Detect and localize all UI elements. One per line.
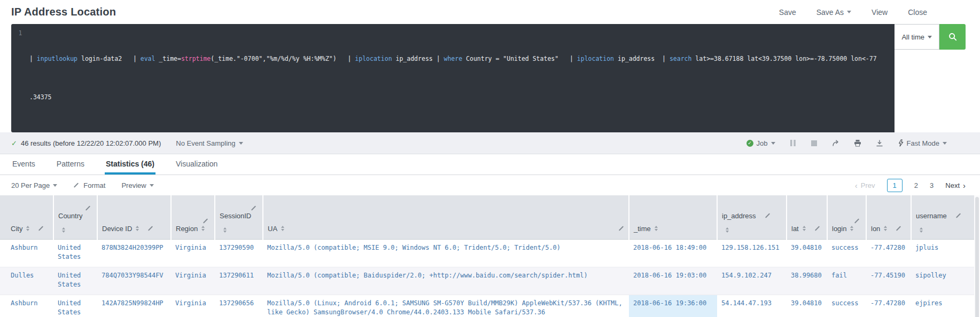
- sort-icon[interactable]: [223, 227, 227, 233]
- sort-icon[interactable]: [726, 227, 729, 233]
- cell-City[interactable]: Ashburn: [0, 295, 53, 317]
- cell-_time[interactable]: 2018-06-16 19:36:00: [629, 295, 717, 317]
- tab-events[interactable]: Events: [11, 160, 36, 175]
- cell-UA[interactable]: Mozilla/5.0 (compatible; Baiduspider/2.0…: [263, 267, 629, 295]
- sort-icon[interactable]: [655, 226, 658, 231]
- cell-Region[interactable]: Virginia: [171, 295, 215, 317]
- page-3-button[interactable]: 3: [930, 181, 934, 189]
- per-page-dropdown[interactable]: 20 Per Page: [11, 181, 57, 189]
- column-header-login[interactable]: login: [827, 195, 866, 239]
- edit-column-icon[interactable]: [956, 213, 961, 218]
- column-header-lon[interactable]: lon: [866, 195, 911, 239]
- cell-lon[interactable]: -77.47280: [866, 295, 911, 317]
- vertical-scrollbar[interactable]: [974, 195, 980, 317]
- sort-icon[interactable]: [26, 226, 29, 231]
- cell-Device_ID[interactable]: 878N3824H20399PP: [97, 239, 171, 267]
- search-query-input[interactable]: 1 | inputlookup login-data2 | eval _time…: [11, 24, 895, 132]
- cell-login[interactable]: success: [827, 295, 866, 317]
- column-header-lat[interactable]: lat: [787, 195, 827, 239]
- stop-icon[interactable]: [811, 140, 818, 147]
- edit-column-icon[interactable]: [148, 226, 153, 231]
- cell-login[interactable]: success: [827, 239, 866, 267]
- cell-Region[interactable]: Virginia: [171, 239, 215, 267]
- cell-SessionID[interactable]: 137290611: [215, 267, 263, 295]
- job-menu[interactable]: ✓ Job: [746, 139, 775, 147]
- cell-_time[interactable]: 2018-06-16 19:03:00: [629, 267, 717, 295]
- edit-column-icon[interactable]: [815, 226, 820, 231]
- tab-statistics[interactable]: Statistics (46): [105, 160, 155, 175]
- event-sampling-dropdown[interactable]: No Event Sampling: [176, 139, 243, 147]
- sort-icon[interactable]: [136, 226, 139, 231]
- cell-ip_address[interactable]: 154.9.102.247: [717, 267, 787, 295]
- tab-patterns[interactable]: Patterns: [56, 160, 85, 175]
- cell-username[interactable]: ejpires: [911, 295, 974, 317]
- pause-icon[interactable]: [790, 139, 796, 147]
- column-header-username[interactable]: username: [911, 195, 974, 239]
- cell-ip_address[interactable]: 129.158.126.151: [717, 239, 787, 267]
- column-header-Region[interactable]: Region: [171, 195, 215, 239]
- cell-Country[interactable]: United States: [53, 267, 97, 295]
- cell-lat[interactable]: 39.04810: [787, 239, 827, 267]
- time-range-picker[interactable]: All time: [895, 24, 939, 50]
- cell-SessionID[interactable]: 137290656: [215, 295, 263, 317]
- next-page-button[interactable]: Next ›: [945, 181, 966, 189]
- format-button[interactable]: Format: [73, 181, 105, 189]
- column-header-Device_ID[interactable]: Device ID: [97, 195, 171, 239]
- column-header-City[interactable]: City: [0, 195, 53, 239]
- column-header-Country[interactable]: Country: [53, 195, 97, 239]
- close-button[interactable]: Close: [908, 8, 927, 17]
- print-icon[interactable]: [854, 139, 861, 147]
- page-2-button[interactable]: 2: [914, 181, 918, 189]
- view-button[interactable]: View: [872, 8, 888, 17]
- sort-icon[interactable]: [803, 226, 806, 231]
- edit-column-icon[interactable]: [85, 205, 90, 210]
- cell-lon[interactable]: -77.47280: [866, 239, 911, 267]
- column-header-ip_address[interactable]: ip_address: [717, 195, 787, 239]
- cell-ip_address[interactable]: 54.144.47.193: [717, 295, 787, 317]
- sort-icon[interactable]: [920, 227, 923, 233]
- cell-login[interactable]: fail: [827, 267, 866, 295]
- cell-Country[interactable]: United States: [53, 295, 97, 317]
- sort-icon[interactable]: [850, 226, 853, 231]
- cell-City[interactable]: Ashburn: [0, 239, 53, 267]
- cell-lon[interactable]: -77.45190: [866, 267, 911, 295]
- save-as-button[interactable]: Save As: [816, 8, 851, 17]
- column-header-UA[interactable]: UA: [263, 195, 629, 239]
- page-1-button[interactable]: 1: [887, 179, 903, 192]
- edit-column-icon[interactable]: [38, 226, 43, 231]
- share-icon[interactable]: [832, 139, 839, 147]
- cell-UA[interactable]: Mozilla/5.0 (compatible; MSIE 9.0; Windo…: [263, 239, 629, 267]
- scrollbar-thumb[interactable]: [975, 197, 979, 317]
- cell-Device_ID[interactable]: 142A7825N99824HP: [97, 295, 171, 317]
- cell-Device_ID[interactable]: 784Q7033Y98544FV: [97, 267, 171, 295]
- search-mode-dropdown[interactable]: Fast Mode: [898, 139, 947, 147]
- column-header-SessionID[interactable]: SessionID: [215, 195, 263, 239]
- download-icon[interactable]: [876, 139, 883, 147]
- sort-icon[interactable]: [62, 227, 65, 233]
- preview-dropdown[interactable]: Preview: [121, 181, 153, 189]
- column-header-_time[interactable]: _time: [629, 195, 717, 239]
- cell-username[interactable]: jpluis: [911, 239, 974, 267]
- edit-column-icon[interactable]: [765, 213, 770, 218]
- prev-page-button[interactable]: ‹ Prev: [855, 181, 875, 189]
- save-button[interactable]: Save: [779, 8, 796, 17]
- cell-lat[interactable]: 39.04810: [787, 295, 827, 317]
- search-button[interactable]: [939, 24, 966, 50]
- edit-column-icon[interactable]: [896, 226, 901, 231]
- cell-username[interactable]: sipolley: [911, 267, 974, 295]
- cell-Region[interactable]: Virginia: [171, 267, 215, 295]
- tab-visualization[interactable]: Visualization: [175, 160, 219, 175]
- edit-column-icon[interactable]: [854, 218, 859, 223]
- edit-column-icon[interactable]: [251, 205, 256, 210]
- edit-column-icon[interactable]: [203, 218, 208, 223]
- edit-column-icon[interactable]: [619, 226, 624, 231]
- sort-icon[interactable]: [201, 226, 205, 231]
- cell-SessionID[interactable]: 137290590: [215, 239, 263, 267]
- cell-UA[interactable]: Mozilla/5.0 (Linux; Android 6.0.1; SAMSU…: [263, 295, 629, 317]
- sort-icon[interactable]: [281, 226, 284, 231]
- cell-City[interactable]: Dulles: [0, 267, 53, 295]
- cell-Country[interactable]: United States: [53, 239, 97, 267]
- cell-lat[interactable]: 38.99680: [787, 267, 827, 295]
- sort-icon[interactable]: [884, 226, 887, 231]
- cell-_time[interactable]: 2018-06-16 18:49:00: [629, 239, 717, 267]
